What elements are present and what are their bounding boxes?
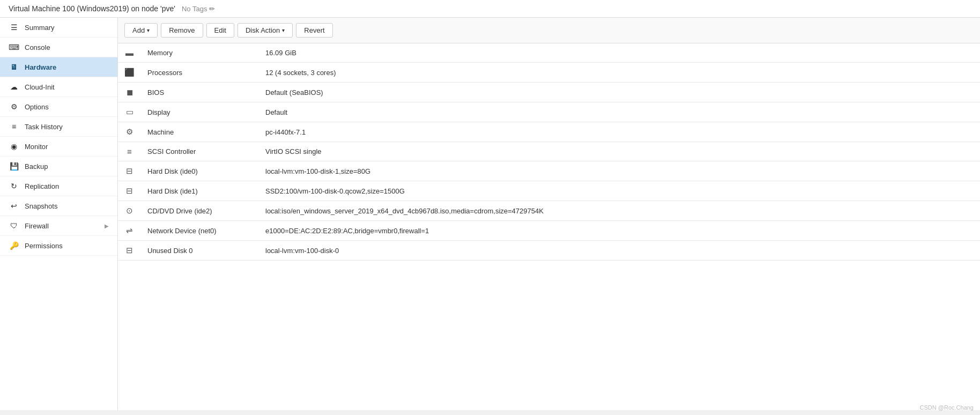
remove-button[interactable]: Remove [161,23,203,38]
sidebar-label-firewall: Firewall [25,222,49,230]
row-icon-9: ⇌ [118,221,141,241]
row-name-1: Processors [141,63,259,83]
row-value-3: Default [259,102,980,122]
row-name-3: Display [141,102,259,122]
edit-button[interactable]: Edit [206,23,234,38]
console-icon: ⌨ [9,43,19,51]
sidebar-label-options: Options [25,103,49,111]
add-dropdown-arrow: ▾ [147,27,150,33]
table-row[interactable]: ⊟ Hard Disk (ide0) local-lvm:vm-100-disk… [118,161,980,181]
row-value-0: 16.09 GiB [259,43,980,63]
backup-icon: 💾 [9,162,19,171]
sidebar-label-console: Console [25,43,50,51]
sidebar-item-hardware[interactable]: 🖥 Hardware [0,57,117,77]
task-history-icon: ≡ [9,122,19,131]
table-row[interactable]: ⇌ Network Device (net0) e1000=DE:AC:2D:E… [118,221,980,241]
summary-icon: ☰ [9,23,19,32]
no-tags-label: No Tags [182,5,207,13]
snapshots-icon: ↩ [9,202,19,210]
sidebar-item-console[interactable]: ⌨ Console [0,38,117,57]
row-icon-7: ⊟ [118,181,141,201]
row-value-2: Default (SeaBIOS) [259,83,980,102]
sidebar-label-replication: Replication [25,182,59,190]
sidebar-item-permissions[interactable]: 🔑 Permissions [0,236,117,256]
sidebar-label-backup: Backup [25,162,48,171]
row-name-2: BIOS [141,83,259,102]
row-icon-8: ⊙ [118,201,141,221]
row-name-6: Hard Disk (ide0) [141,161,259,181]
sidebar-item-cloud-init[interactable]: ☁ Cloud-Init [0,77,117,97]
toolbar: Add ▾ Remove Edit Disk Action ▾ Revert [118,18,980,43]
add-button[interactable]: Add ▾ [124,23,158,38]
firewall-icon: 🛡 [9,221,19,230]
options-icon: ⚙ [9,102,19,111]
sidebar-item-replication[interactable]: ↻ Replication [0,176,117,196]
disk-action-dropdown-arrow: ▾ [282,27,285,33]
row-name-5: SCSI Controller [141,142,259,161]
table-row[interactable]: ⬛ Processors 12 (4 sockets, 3 cores) [118,63,980,83]
sidebar-label-cloud-init: Cloud-Init [25,83,55,91]
row-icon-10: ⊟ [118,241,141,261]
sidebar-label-permissions: Permissions [25,242,63,250]
row-value-4: pc-i440fx-7.1 [259,122,980,142]
table-row[interactable]: ⚙ Machine pc-i440fx-7.1 [118,122,980,142]
table-row[interactable]: ⊟ Unused Disk 0 local-lvm:vm-100-disk-0 [118,241,980,261]
table-row[interactable]: ⊟ Hard Disk (ide1) SSD2:100/vm-100-disk-… [118,181,980,201]
row-name-8: CD/DVD Drive (ide2) [141,201,259,221]
sidebar-item-options[interactable]: ⚙ Options [0,97,117,117]
sidebar-item-backup[interactable]: 💾 Backup [0,157,117,176]
sidebar-item-snapshots[interactable]: ↩ Snapshots [0,196,117,216]
row-name-4: Machine [141,122,259,142]
table-row[interactable]: ≡ SCSI Controller VirtIO SCSI single [118,142,980,161]
row-icon-3: ▭ [118,102,141,122]
table-row[interactable]: ▭ Display Default [118,102,980,122]
row-value-1: 12 (4 sockets, 3 cores) [259,63,980,83]
sidebar-label-snapshots: Snapshots [25,202,57,210]
replication-icon: ↻ [9,182,19,190]
watermark: CSDN @Roc.Chang [920,404,974,410]
table-row[interactable]: ⊙ CD/DVD Drive (ide2) local:iso/en_windo… [118,201,980,221]
row-value-9: e1000=DE:AC:2D:E2:89:AC,bridge=vmbr0,fir… [259,221,980,241]
row-icon-4: ⚙ [118,122,141,142]
row-value-10: local-lvm:vm-100-disk-0 [259,241,980,261]
row-name-7: Hard Disk (ide1) [141,181,259,201]
sidebar-arrow-firewall: ▶ [105,223,109,229]
row-icon-5: ≡ [118,142,141,161]
row-icon-2: ◼ [118,83,141,102]
row-value-5: VirtIO SCSI single [259,142,980,161]
permissions-icon: 🔑 [9,241,19,250]
table-row[interactable]: ◼ BIOS Default (SeaBIOS) [118,83,980,102]
sidebar-label-summary: Summary [25,24,55,32]
sidebar-item-task-history[interactable]: ≡ Task History [0,117,117,137]
row-value-7: SSD2:100/vm-100-disk-0.qcow2,size=1500G [259,181,980,201]
sidebar-item-firewall[interactable]: 🛡 Firewall ▶ [0,216,117,236]
hardware-icon: 🖥 [9,63,19,71]
row-name-0: Memory [141,43,259,63]
monitor-icon: ◉ [9,142,19,151]
row-icon-0: ▬ [118,43,141,63]
sidebar-item-monitor[interactable]: ◉ Monitor [0,137,117,157]
revert-button[interactable]: Revert [296,23,332,38]
sidebar-label-task-history: Task History [25,123,63,131]
sidebar-item-summary[interactable]: ☰ Summary [0,18,117,38]
row-icon-1: ⬛ [118,63,141,83]
content-area: Add ▾ Remove Edit Disk Action ▾ Revert ▬… [118,18,980,410]
disk-action-button[interactable]: Disk Action ▾ [237,23,293,38]
page-title: Virtual Machine 100 (Windows2019) on nod… [9,4,175,13]
cloud-init-icon: ☁ [9,83,19,91]
table-row[interactable]: ▬ Memory 16.09 GiB [118,43,980,63]
sidebar: ☰ Summary ⌨ Console 🖥 Hardware ☁ Cloud-I… [0,18,118,410]
edit-tags-icon[interactable]: ✏ [209,5,215,13]
row-value-6: local-lvm:vm-100-disk-1,size=80G [259,161,980,181]
sidebar-label-monitor: Monitor [25,143,48,151]
hardware-table: ▬ Memory 16.09 GiB ⬛ Processors 12 (4 so… [118,43,980,261]
sidebar-label-hardware: Hardware [25,63,56,71]
row-name-10: Unused Disk 0 [141,241,259,261]
row-name-9: Network Device (net0) [141,221,259,241]
row-icon-6: ⊟ [118,161,141,181]
row-value-8: local:iso/en_windows_server_2019_x64_dvd… [259,201,980,221]
